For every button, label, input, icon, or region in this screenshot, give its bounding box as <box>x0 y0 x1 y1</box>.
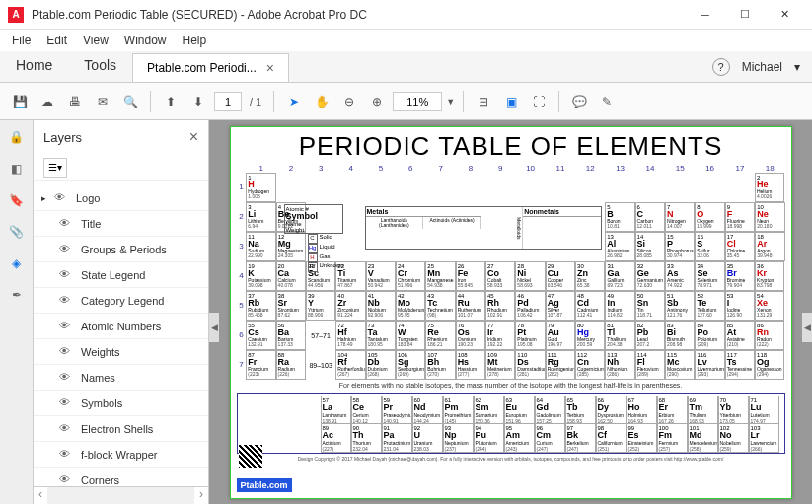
lock-icon[interactable]: 🔒 <box>8 128 26 146</box>
tab-close-icon[interactable]: × <box>266 60 274 76</box>
attachments-icon[interactable]: 📎 <box>8 223 26 241</box>
layer-item[interactable]: 👁Weights <box>34 339 208 365</box>
eye-icon[interactable]: 👁 <box>59 268 73 282</box>
element-cell: 10NeNeon20.180 <box>755 202 784 232</box>
element-cell: 65TbTerbium158.93 <box>565 396 596 425</box>
element-cell: 56BaBarium137.33 <box>276 321 306 350</box>
element-cell: 14SiSilicon28.085 <box>635 232 665 261</box>
eye-icon[interactable]: 👁 <box>59 320 73 333</box>
hand-icon[interactable]: ✋ <box>310 90 333 113</box>
layer-label: Electron Shells <box>81 423 153 435</box>
element-cell: 107BhBohrium(270) <box>425 350 455 380</box>
fit-width-icon[interactable]: ⊟ <box>472 90 495 113</box>
user-menu[interactable]: Michael <box>742 60 782 74</box>
element-cell: 20CaCalcium40.078 <box>276 261 306 291</box>
document-area[interactable]: ◀ ◀ PERIODIC TABLE OF ELEMENTS 123456789… <box>209 120 812 504</box>
ptable-logo: Ptable.com <box>237 478 292 492</box>
eye-icon[interactable]: 👁 <box>59 243 73 256</box>
element-cell: 37RbRubidium85.468 <box>246 291 275 321</box>
eye-icon[interactable]: 👁 <box>59 217 73 231</box>
element-cell: 52TeTellurium127.60 <box>695 291 724 321</box>
eye-icon[interactable]: 👁 <box>59 396 73 410</box>
minimize-button[interactable]: ─ <box>686 0 725 30</box>
zoom-in-icon[interactable]: ⊕ <box>365 90 389 113</box>
menu-file[interactable]: File <box>4 32 38 49</box>
element-cell: 23VVanadium50.942 <box>366 261 396 291</box>
close-button[interactable]: ✕ <box>765 0 804 30</box>
save-icon[interactable]: 💾 <box>8 90 32 113</box>
menu-window[interactable]: Window <box>116 32 175 49</box>
tab-tools[interactable]: Tools <box>68 51 132 82</box>
eye-icon[interactable]: 👁 <box>54 191 68 205</box>
element-cell: 43TcTechnetium(98) <box>425 291 455 321</box>
layer-item[interactable]: 👁Electron Shells <box>34 416 208 442</box>
layers-close-icon[interactable]: × <box>189 128 198 146</box>
element-cell: 104RfRutherfordium(267) <box>335 350 365 380</box>
element-cell: 45RhRhodium102.91 <box>485 291 515 321</box>
pointer-icon[interactable]: ➤ <box>282 90 306 113</box>
eye-icon[interactable]: 👁 <box>59 448 73 462</box>
copyright: Design Copyright © 2017 Michael Dayah (m… <box>237 456 785 462</box>
element-cell: 60NdNeodymium144.24 <box>412 396 443 425</box>
page-up-icon[interactable]: ⬆ <box>159 90 183 113</box>
element-cell: 103LrLawrencium(266) <box>749 423 779 453</box>
cloud-icon[interactable]: ☁ <box>36 90 59 113</box>
layers-options-button[interactable]: ☰▾ <box>43 158 67 178</box>
reading-mode-icon[interactable]: ⛶ <box>527 90 551 113</box>
menu-view[interactable]: View <box>75 32 116 49</box>
element-cell: 99EsEinsteinium(252) <box>627 423 657 453</box>
element-cell: 48CdCadmium112.41 <box>575 291 605 321</box>
collapse-left-icon[interactable]: ◀ <box>209 313 219 342</box>
layer-item[interactable]: 👁f-block Wrapper <box>34 442 208 468</box>
eye-icon[interactable]: 👁 <box>59 371 73 385</box>
page-down-icon[interactable]: ⬇ <box>186 90 210 113</box>
email-icon[interactable]: ✉ <box>91 90 114 113</box>
bookmarks-icon[interactable]: 🔖 <box>8 191 26 209</box>
layer-label: Names <box>81 372 115 384</box>
eye-icon[interactable]: 👁 <box>59 473 73 487</box>
eye-icon[interactable]: 👁 <box>59 294 73 308</box>
comment-icon[interactable]: 💬 <box>567 90 591 113</box>
menu-edit[interactable]: Edit <box>38 32 75 49</box>
help-button[interactable]: ? <box>712 58 730 76</box>
tab-home[interactable]: Home <box>0 51 68 82</box>
layers-icon[interactable]: ◈ <box>8 254 26 272</box>
fit-page-icon[interactable]: ▣ <box>499 90 523 113</box>
signatures-icon[interactable]: ✒ <box>8 286 26 304</box>
thumbnails-icon[interactable]: ◧ <box>8 160 26 178</box>
layer-item[interactable]: 👁Symbols <box>34 391 208 416</box>
layer-item[interactable]: 👁Groups & Periods <box>34 237 208 262</box>
zoom-input[interactable] <box>393 92 442 111</box>
layer-item[interactable]: 👁Corners <box>34 468 208 486</box>
layer-item[interactable]: 👁Names <box>34 365 208 391</box>
element-cell: 38SrStrontium87.62 <box>276 291 306 321</box>
element-cell: 12MgMagnesium24.305 <box>276 232 306 261</box>
user-menu-chevron-icon[interactable]: ▾ <box>794 60 800 74</box>
element-cell: 79AuGold196.97 <box>546 321 575 350</box>
element-cell: 28NiNickel58.693 <box>515 261 545 291</box>
element-cell: 118OgOganesson(294) <box>755 350 784 380</box>
layer-item[interactable]: 👁State Legend <box>34 262 208 288</box>
layer-item[interactable]: ▸👁Logo <box>34 185 208 211</box>
layer-item[interactable]: 👁Title <box>34 211 208 237</box>
element-cell: 117TsTennessine(294) <box>725 350 755 380</box>
eye-icon[interactable]: 👁 <box>59 345 73 359</box>
highlight-icon[interactable]: ✎ <box>595 90 619 113</box>
element-cell: 3LiLithium6.94 <box>246 202 275 232</box>
layer-item[interactable]: 👁Atomic Numbers <box>34 314 208 339</box>
tab-document[interactable]: Ptable.com Periodi... × <box>132 53 289 82</box>
layers-scrollbar[interactable]: ‹› <box>34 486 208 504</box>
layer-item[interactable]: 👁Category Legend <box>34 288 208 314</box>
zoom-chevron-icon[interactable]: ▼ <box>446 97 455 107</box>
element-cell: 27CoCobalt58.933 <box>485 261 515 291</box>
element-cell: 91PaProtactinium231.04 <box>382 423 412 453</box>
eye-icon[interactable]: 👁 <box>59 422 73 436</box>
zoom-out-icon[interactable]: ⊖ <box>337 90 361 113</box>
menu-help[interactable]: Help <box>175 32 215 49</box>
collapse-right-icon[interactable]: ◀ <box>802 313 812 342</box>
page-input[interactable] <box>214 92 242 111</box>
element-cell: 59PrPraseodymium140.91 <box>382 396 412 425</box>
search-icon[interactable]: 🔍 <box>118 90 142 113</box>
print-icon[interactable]: 🖶 <box>63 90 87 113</box>
maximize-button[interactable]: ☐ <box>725 0 765 30</box>
